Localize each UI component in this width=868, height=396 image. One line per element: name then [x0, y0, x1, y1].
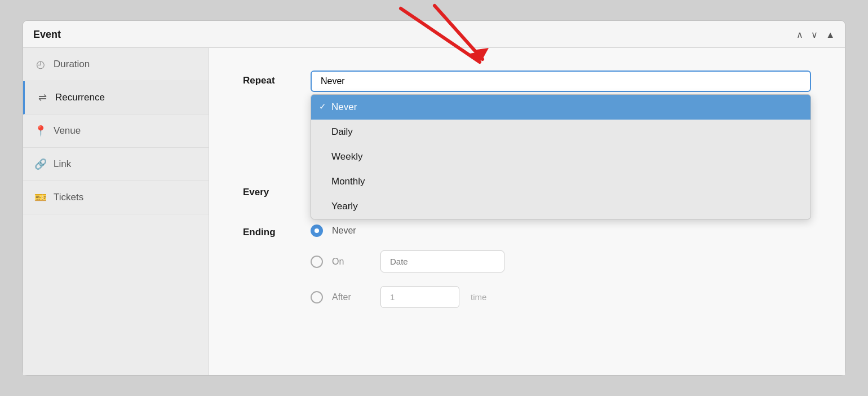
sidebar-item-recurrence-label: Recurrence — [55, 92, 105, 103]
ending-on-date-input[interactable] — [380, 250, 504, 272]
title-bar: Event ∧ ∨ ▲ — [23, 21, 845, 48]
clock-icon: ◴ — [34, 58, 47, 71]
ending-after-label: After — [332, 292, 371, 302]
content-area: ◴ Duration ⇌ Recurrence 📍 Venue 🔗 Link 🎫… — [23, 48, 845, 375]
ending-on-label: On — [332, 257, 371, 267]
sidebar-item-tickets[interactable]: 🎫 Tickets — [23, 181, 209, 214]
repeat-select-display[interactable]: Never — [311, 71, 811, 92]
sidebar-item-duration[interactable]: ◴ Duration — [23, 48, 209, 81]
pin-icon: 📍 — [34, 125, 47, 137]
sidebar-item-link-label: Link — [54, 159, 71, 170]
dropdown-item-monthly[interactable]: Monthly — [311, 169, 811, 194]
ending-never-radio[interactable] — [311, 225, 323, 237]
window-title: Event — [33, 29, 61, 41]
svg-marker-3 — [473, 48, 489, 59]
sidebar-item-link[interactable]: 🔗 Link — [23, 148, 209, 181]
dropdown-item-yearly[interactable]: Yearly — [311, 194, 811, 219]
ending-control: Never On After time — [311, 222, 811, 308]
ending-after-row: After time — [311, 286, 811, 308]
sidebar-item-tickets-label: Tickets — [54, 192, 83, 203]
ending-after-unit: time — [471, 292, 486, 302]
sidebar-item-venue[interactable]: 📍 Venue — [23, 115, 209, 148]
ending-on-row: On — [311, 250, 811, 272]
chevron-down-icon[interactable]: ∨ — [811, 29, 818, 40]
tickets-icon: 🎫 — [34, 191, 47, 204]
dropdown-item-never[interactable]: Never — [311, 95, 811, 120]
triangle-up-icon[interactable]: ▲ — [826, 30, 835, 40]
chevron-up-icon[interactable]: ∧ — [796, 29, 803, 40]
ending-on-radio[interactable] — [311, 256, 323, 268]
dropdown-item-weekly[interactable]: Weekly — [311, 144, 811, 169]
ending-field-row: Ending Never On — [243, 222, 811, 308]
svg-marker-1 — [470, 51, 486, 62]
recurrence-icon: ⇌ — [36, 91, 48, 104]
window-controls: ∧ ∨ ▲ — [796, 29, 835, 40]
sidebar: ◴ Duration ⇌ Recurrence 📍 Venue 🔗 Link 🎫… — [23, 48, 209, 375]
repeat-field-row: Repeat Never Never Daily Weekly Monthly … — [243, 71, 811, 92]
link-icon: 🔗 — [34, 158, 47, 170]
repeat-select-wrapper: Never Never Daily Weekly Monthly Yearly — [311, 71, 811, 92]
repeat-label: Repeat — [243, 71, 311, 86]
sidebar-item-recurrence[interactable]: ⇌ Recurrence — [23, 81, 209, 115]
repeat-control: Never Never Daily Weekly Monthly Yearly — [311, 71, 811, 92]
dropdown-item-daily[interactable]: Daily — [311, 120, 811, 144]
ending-never-label: Never — [332, 226, 371, 236]
every-label: Every — [243, 182, 311, 198]
ending-after-count-input[interactable] — [380, 286, 459, 308]
ending-section: Never On After time — [311, 222, 811, 308]
ending-after-radio[interactable] — [311, 291, 323, 303]
sidebar-item-duration-label: Duration — [54, 59, 90, 70]
ending-never-row: Never — [311, 225, 811, 237]
ending-label: Ending — [243, 222, 311, 238]
sidebar-item-venue-label: Venue — [54, 125, 81, 137]
main-panel: Repeat Never Never Daily Weekly Monthly … — [209, 48, 845, 375]
repeat-dropdown-menu: Never Daily Weekly Monthly Yearly — [311, 94, 811, 219]
event-window: Event ∧ ∨ ▲ ◴ Duration ⇌ Recurrence 📍 Ve… — [23, 20, 845, 376]
repeat-selected-value: Never — [321, 76, 345, 86]
